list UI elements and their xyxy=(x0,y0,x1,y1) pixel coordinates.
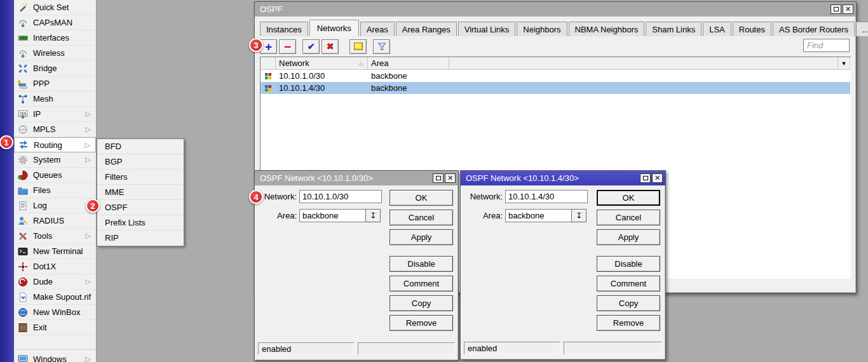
disable-button[interactable]: Disable xyxy=(390,256,453,272)
sidebar-item-make-supout[interactable]: Make Supout.rif xyxy=(14,290,96,305)
sidebar-item-label: Routing xyxy=(34,140,62,150)
sidebar-item-mesh[interactable]: Mesh xyxy=(14,91,96,107)
sidebar-item-dude[interactable]: Dude ▷ xyxy=(14,274,96,290)
sidebar-item-new-terminal[interactable]: New Terminal xyxy=(14,244,96,259)
filter-button[interactable] xyxy=(373,39,390,54)
ospf-network-dialog-2: OSPF Network <10.10.1.4/30> ✕ Network: A… xyxy=(460,170,666,360)
comment-button[interactable] xyxy=(349,39,367,54)
tab-routes[interactable]: Routes xyxy=(733,22,771,36)
submenu-arrow-icon: ▷ xyxy=(86,355,91,362)
sidebar-item-mpls[interactable]: MPLS ▷ xyxy=(14,122,96,137)
dialog-titlebar[interactable]: OSPF Network <10.10.1.4/30> ✕ xyxy=(461,171,665,185)
tab-sham-links[interactable]: Sham Links xyxy=(646,22,702,36)
tab-nbma-neighbors[interactable]: NBMA Neighbors xyxy=(569,22,645,36)
dot1x-icon xyxy=(18,262,28,272)
header-area-column[interactable]: Area xyxy=(368,57,449,69)
remove-button[interactable]: − xyxy=(279,39,296,54)
area-dropdown-button[interactable]: ↧ xyxy=(365,209,381,222)
sidebar-item-dot1x[interactable]: Dot1X xyxy=(14,259,96,274)
ok-button[interactable]: OK xyxy=(597,190,660,206)
ospf-window-titlebar[interactable]: OSPF ✕ xyxy=(255,2,856,17)
area-field[interactable] xyxy=(505,209,571,222)
maximize-button[interactable] xyxy=(433,173,444,183)
system-icon xyxy=(18,155,28,165)
copy-button[interactable]: Copy xyxy=(597,295,660,311)
sidebar-item-ppp[interactable]: PPP xyxy=(14,76,96,91)
bridge-icon xyxy=(18,64,28,74)
sidebar-item-new-winbox[interactable]: New WinBox xyxy=(14,305,96,320)
submenu-item-rip[interactable]: RIP xyxy=(97,231,184,246)
network-field[interactable] xyxy=(505,190,588,203)
comment-button[interactable]: Comment xyxy=(597,276,660,292)
sidebar-item-capsman[interactable]: CAPsMAN xyxy=(14,15,96,30)
sidebar-item-label: Quick Set xyxy=(33,3,69,12)
apply-button[interactable]: Apply xyxy=(390,229,453,245)
sidebar-item-wireless[interactable]: Wireless xyxy=(14,46,96,61)
sidebar-item-routing[interactable]: Routing ▷ xyxy=(14,137,96,152)
sidebar-item-windows[interactable]: Windows ▷ xyxy=(14,351,96,362)
dialog-titlebar[interactable]: OSPF Network <10.10.1.0/30> ✕ xyxy=(255,171,458,185)
tab-more[interactable]: ... xyxy=(856,22,868,36)
enable-button[interactable]: ✔ xyxy=(302,39,320,54)
close-button[interactable]: ✕ xyxy=(445,173,456,183)
terminal-icon xyxy=(18,246,28,257)
network-field[interactable] xyxy=(299,190,382,203)
sidebar-item-bridge[interactable]: Bridge xyxy=(14,61,96,76)
tab-virtual-links[interactable]: Virtual Links xyxy=(458,22,516,36)
quickset-icon xyxy=(18,3,28,13)
tab-area-ranges[interactable]: Area Ranges xyxy=(396,22,457,36)
sidebar-item-radius[interactable]: RADIUS xyxy=(14,213,96,229)
sidebar-item-ip[interactable]: 255 IP ▷ xyxy=(14,107,96,122)
area-dropdown-button[interactable]: ↧ xyxy=(571,209,587,222)
sidebar-item-label: PPP xyxy=(33,79,50,88)
find-input[interactable] xyxy=(803,39,850,52)
table-row[interactable]: 10.10.1.0/30 backbone xyxy=(261,70,850,82)
sidebar-item-interfaces[interactable]: Interfaces xyxy=(14,30,96,46)
tab-networks[interactable]: Networks xyxy=(309,20,359,36)
submenu-item-mme[interactable]: MME xyxy=(97,185,184,200)
submenu-item-bgp[interactable]: BGP xyxy=(97,154,184,170)
cancel-button[interactable]: Cancel xyxy=(597,210,660,225)
sidebar-item-files[interactable]: Files xyxy=(14,183,96,198)
submenu-item-ospf[interactable]: OSPF xyxy=(97,200,184,215)
sidebar-item-tools[interactable]: Tools ▷ xyxy=(14,229,96,244)
sidebar-item-queues[interactable]: Queues xyxy=(14,168,96,183)
tab-neighbors[interactable]: Neighbors xyxy=(517,22,567,36)
remove-button[interactable]: Remove xyxy=(597,315,660,331)
sidebar-item-label: MPLS xyxy=(33,124,55,134)
submenu-item-filters[interactable]: Filters xyxy=(97,170,184,185)
close-button[interactable]: ✕ xyxy=(652,173,663,183)
close-button[interactable]: ✕ xyxy=(843,4,853,14)
remove-button[interactable]: Remove xyxy=(390,315,453,331)
sidebar-item-quick-set[interactable]: Quick Set xyxy=(14,0,96,15)
sidebar-item-log[interactable]: Log xyxy=(14,198,96,213)
tab-areas[interactable]: Areas xyxy=(360,22,395,36)
apply-button[interactable]: Apply xyxy=(597,229,660,245)
routing-submenu: BFD BGP Filters MME OSPF Prefix Lists RI… xyxy=(97,138,184,246)
header-network-column[interactable]: Network xyxy=(276,57,368,69)
submenu-item-prefix-lists[interactable]: Prefix Lists xyxy=(97,215,184,231)
dropdown-arrow-icon: ↧ xyxy=(370,211,376,220)
sidebar-item-label: System xyxy=(33,155,60,164)
sidebar-item-exit[interactable]: Exit xyxy=(14,320,96,335)
area-field[interactable] xyxy=(299,209,365,222)
sidebar-item-label: Log xyxy=(33,201,47,210)
tab-instances[interactable]: Instances xyxy=(260,22,308,36)
copy-button[interactable]: Copy xyxy=(390,295,453,311)
cancel-button[interactable]: Cancel xyxy=(390,210,453,225)
annotation-step-3: 3 xyxy=(249,38,263,52)
disable-button[interactable]: ✖ xyxy=(322,39,339,54)
table-row-selected[interactable]: 10.10.1.4/30 backbone xyxy=(261,82,850,94)
disable-button[interactable]: Disable xyxy=(597,256,660,272)
column-options-dropdown[interactable]: ▼ xyxy=(837,57,850,69)
tab-as-border-routers[interactable]: AS Border Routers xyxy=(773,22,855,36)
ok-button[interactable]: OK xyxy=(390,190,453,206)
sidebar-item-label: CAPsMAN xyxy=(33,18,72,27)
maximize-button[interactable] xyxy=(640,173,651,183)
tab-lsa[interactable]: LSA xyxy=(703,22,731,36)
maximize-button[interactable] xyxy=(831,4,841,14)
sidebar-menu: Quick Set CAPsMAN Interfaces Wireless Br… xyxy=(14,0,97,362)
sidebar-item-system[interactable]: System ▷ xyxy=(14,152,96,168)
submenu-item-bfd[interactable]: BFD xyxy=(97,139,184,154)
comment-button[interactable]: Comment xyxy=(390,276,453,292)
